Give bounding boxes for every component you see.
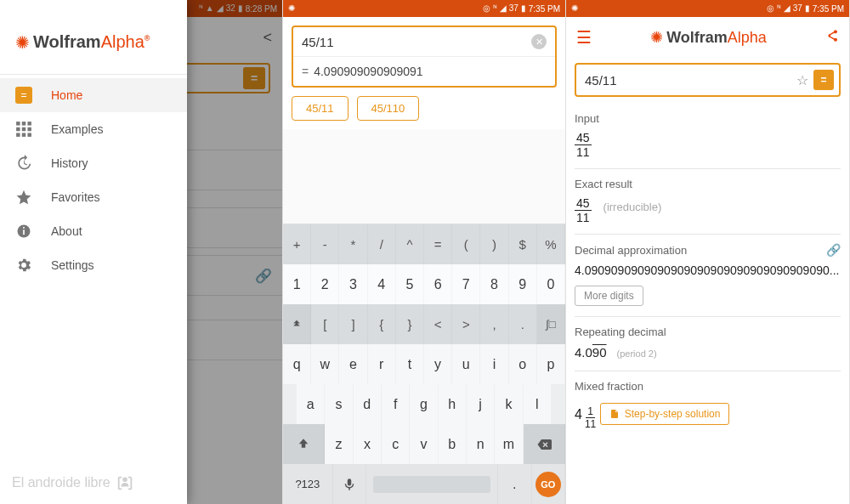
menu-icon[interactable]: ☰ <box>576 27 592 48</box>
share-icon[interactable] <box>825 29 839 47</box>
more-digits-button[interactable]: More digits <box>575 286 643 306</box>
clear-input-icon[interactable]: ✕ <box>531 34 547 49</box>
svg-rect-8 <box>27 133 31 136</box>
svg-rect-11 <box>23 227 25 229</box>
key-g[interactable]: g <box>410 384 438 424</box>
go-key[interactable]: GO <box>532 464 565 504</box>
mic-key[interactable] <box>333 464 366 504</box>
svg-rect-1 <box>22 122 26 125</box>
compute-button[interactable]: = <box>813 70 834 90</box>
key-1[interactable]: 1 <box>283 264 311 304</box>
key-w[interactable]: w <box>311 344 339 384</box>
key-l[interactable]: l <box>524 384 552 424</box>
step-by-step-button[interactable]: Step-by-step solution <box>600 403 730 425</box>
key-8[interactable]: 8 <box>480 264 508 304</box>
key-$[interactable]: $ <box>509 224 537 264</box>
key-q[interactable]: q <box>283 344 311 384</box>
nav-history[interactable]: History <box>0 146 187 180</box>
key-[[interactable]: [ <box>311 304 339 344</box>
key-y[interactable]: y <box>424 344 452 384</box>
mode-key[interactable]: ?123 <box>283 464 333 504</box>
key-k[interactable]: k <box>495 384 523 424</box>
key-+[interactable]: + <box>283 224 311 264</box>
math-key[interactable]: ∫□ <box>537 304 565 344</box>
nav-examples[interactable]: Examples <box>0 112 187 146</box>
key-)[interactable]: ) <box>480 224 508 264</box>
app-bar: ☰ ✺ WolframAlpha <box>566 17 849 58</box>
hotspot-icon: ◎ <box>483 4 490 13</box>
key-}[interactable]: } <box>396 304 424 344</box>
key-9[interactable]: 9 <box>509 264 537 304</box>
nfc-icon: ᴺ <box>493 4 497 13</box>
nav-settings[interactable]: Settings <box>0 248 187 282</box>
key-h[interactable]: h <box>439 384 467 424</box>
suggestion-chips: 45/11 45/110 <box>283 88 565 129</box>
key-a[interactable]: a <box>297 384 325 424</box>
key-=[interactable]: = <box>424 224 452 264</box>
period-key[interactable]: . <box>498 464 531 504</box>
favorite-star-icon[interactable]: ☆ <box>796 72 808 88</box>
nav-favorites[interactable]: Favorites <box>0 180 187 214</box>
key--[interactable]: - <box>311 224 339 264</box>
key-^[interactable]: ^ <box>396 224 424 264</box>
key-{[interactable]: { <box>368 304 396 344</box>
keyboard: +-*/^=()$% 1234567890 []{}<>,.∫□ qwertyu… <box>283 224 565 504</box>
query-value[interactable]: 45/11 <box>585 73 791 88</box>
nav-about[interactable]: About <box>0 214 187 248</box>
key-5[interactable]: 5 <box>396 264 424 304</box>
app-icon: ✺ <box>571 4 578 13</box>
key-3[interactable]: 3 <box>339 264 367 304</box>
key-f[interactable]: f <box>382 384 410 424</box>
key-6[interactable]: 6 <box>424 264 452 304</box>
key-z[interactable]: z <box>325 424 353 464</box>
drawer-logo: ✺ WolframAlpha® <box>0 0 187 74</box>
wolfram-burst-icon: ✺ <box>15 34 30 51</box>
key-n[interactable]: n <box>467 424 495 464</box>
key-2[interactable]: 2 <box>311 264 339 304</box>
key-t[interactable]: t <box>396 344 424 384</box>
key-b[interactable]: b <box>439 424 467 464</box>
battery-box-icon: ▮ <box>805 4 810 13</box>
pod-input: Input 45 11 <box>575 104 841 169</box>
chip-1[interactable]: 45/11 <box>292 96 348 121</box>
space-key[interactable] <box>366 464 498 504</box>
status-time: 7:35 PM <box>529 4 560 14</box>
backspace-key[interactable] <box>524 424 565 464</box>
key-,[interactable]: , <box>480 304 508 344</box>
chip-2[interactable]: 45/110 <box>357 96 420 121</box>
key-0[interactable]: 0 <box>537 264 565 304</box>
collapse-key[interactable] <box>283 304 311 344</box>
key-<[interactable]: < <box>424 304 452 344</box>
key-i[interactable]: i <box>480 344 508 384</box>
nav-home[interactable]: = Home <box>0 78 187 112</box>
key->[interactable]: > <box>452 304 480 344</box>
status-bar: ✺ ◎ ᴺ ◢ 37 ▮ 7:35 PM <box>566 0 849 17</box>
shift-key[interactable] <box>283 424 325 464</box>
query-input[interactable] <box>302 35 524 49</box>
key-v[interactable]: v <box>410 424 438 464</box>
svg-rect-4 <box>22 127 26 131</box>
battery-icon: 37 <box>509 4 518 13</box>
key-([interactable]: ( <box>452 224 480 264</box>
key-][interactable]: ] <box>339 304 367 344</box>
history-icon <box>15 155 32 172</box>
key-/[interactable]: / <box>368 224 396 264</box>
key-m[interactable]: m <box>495 424 523 464</box>
key-r[interactable]: r <box>368 344 396 384</box>
link-icon[interactable]: 🔗 <box>826 243 841 257</box>
key-%[interactable]: % <box>537 224 565 264</box>
key-c[interactable]: c <box>382 424 410 464</box>
key-*[interactable]: * <box>339 224 367 264</box>
key-u[interactable]: u <box>452 344 480 384</box>
key-7[interactable]: 7 <box>452 264 480 304</box>
key-o[interactable]: o <box>509 344 537 384</box>
app-icon: ✺ <box>288 4 295 13</box>
key-s[interactable]: s <box>325 384 353 424</box>
key-d[interactable]: d <box>354 384 382 424</box>
key-e[interactable]: e <box>339 344 367 384</box>
key-.[interactable]: . <box>509 304 537 344</box>
key-j[interactable]: j <box>467 384 495 424</box>
key-x[interactable]: x <box>354 424 382 464</box>
key-p[interactable]: p <box>537 344 565 384</box>
key-4[interactable]: 4 <box>368 264 396 304</box>
